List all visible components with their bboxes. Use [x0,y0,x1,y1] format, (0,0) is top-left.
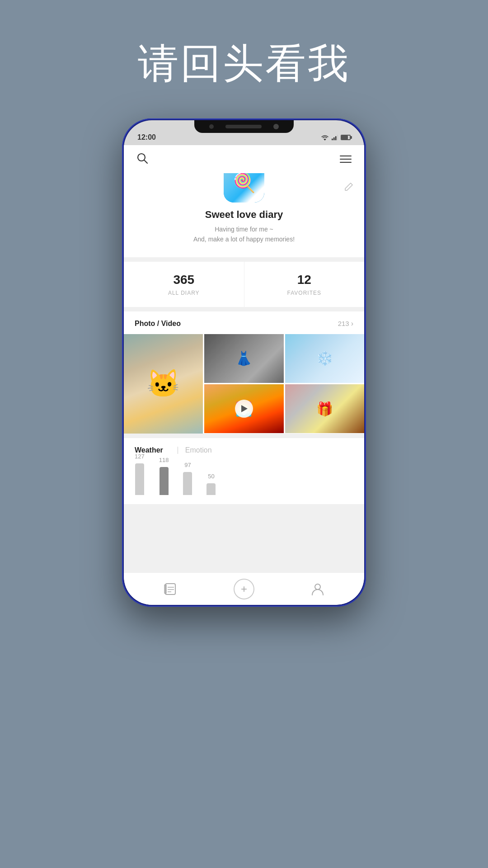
search-button[interactable] [136,152,148,166]
photo-header: Photo / Video 213 › [124,311,364,334]
profile-card: Sweet love diary Having time for me ~ An… [124,173,364,257]
menu-line-1 [340,156,352,156]
app-header [124,145,364,173]
notch-speaker [225,125,262,128]
svg-point-12 [315,584,320,590]
profile-icon [311,582,324,596]
stats-card: 365 ALL DIARY 12 FAVORITES [124,262,364,307]
nav-diary[interactable] [159,578,182,600]
weather-chart: 127 118 97 50 [124,459,364,504]
bar-label-4: 50 [208,473,214,480]
add-icon: + [241,583,247,595]
diary-icon [163,582,178,596]
svg-rect-7 [165,584,175,594]
bar-4 [206,483,216,495]
bar-group-3: 97 [183,462,192,495]
bar-3 [183,472,192,495]
notch-dot-1 [209,124,214,129]
profile-description: Having time for me ~ And, make a lot of … [193,224,295,245]
signal-icon [332,134,338,141]
photo-cat[interactable]: 🐱 [124,334,203,434]
app-content: Sweet love diary Having time for me ~ An… [124,173,364,572]
notch-camera [273,124,279,129]
bar-group-4: 50 [206,473,216,495]
favorites-label: FAVORITES [287,290,321,296]
bar-label-2: 118 [159,457,169,463]
favorites-count: 12 [297,273,311,287]
bar-group-2: 118 [159,457,169,495]
menu-line-3 [340,162,352,163]
photo-sunset[interactable]: 🌅 [204,384,283,433]
photo-section: Photo / Video 213 › 🐱 👗 [124,311,364,434]
menu-line-2 [340,159,352,160]
emotion-tab[interactable]: Emotion [185,446,212,454]
stat-favorites[interactable]: 12 FAVORITES [244,262,365,307]
play-icon [241,405,248,412]
wifi-icon [321,134,329,141]
svg-rect-4 [337,134,338,140]
page-title: 请回头看我 [138,36,350,91]
phone-shell: 12:00 [122,118,366,607]
battery-icon [341,135,351,140]
chevron-right-icon: › [351,320,353,328]
tab-divider [178,447,178,454]
bar-label-3: 97 [184,462,191,468]
bar-label-1: 127 [135,453,145,460]
stat-diary[interactable]: 365 ALL DIARY [124,262,244,307]
menu-button[interactable] [340,156,352,163]
profile-name: Sweet love diary [205,209,283,221]
bottom-nav: + [124,572,364,605]
svg-rect-3 [335,136,337,140]
bar-2 [160,467,169,495]
status-icons [321,134,351,141]
bar-1 [135,463,144,495]
avatar-image [224,173,264,203]
svg-marker-0 [324,139,326,141]
search-icon [136,152,148,164]
nav-add-button[interactable]: + [234,579,254,599]
diary-count: 365 [173,273,194,287]
photo-snow[interactable]: ❄️ [285,334,364,383]
photo-count-area[interactable]: 213 › [338,320,353,328]
photo-grid: 🐱 👗 ❄️ 🌅 [124,334,364,434]
edit-button[interactable] [344,182,353,193]
photo-title: Photo / Video [135,320,181,328]
svg-line-6 [144,160,147,163]
svg-rect-1 [332,138,333,140]
nav-profile[interactable] [306,578,329,600]
phone-screen: Sweet love diary Having time for me ~ An… [124,145,364,605]
photo-hangers[interactable]: 👗 [204,334,283,383]
notch [194,120,294,133]
bar-group-1: 127 [135,453,145,495]
status-time: 12:00 [137,133,156,142]
photo-count-value: 213 [338,320,349,327]
status-bar: 12:00 [124,120,364,145]
profile-avatar [224,173,264,203]
play-button[interactable] [235,400,253,418]
svg-rect-2 [333,137,335,140]
weather-section: Weather Emotion 127 118 [124,438,364,504]
photo-gift[interactable]: 🎁 [285,384,364,433]
phone-inner: 12:00 [124,120,364,605]
weather-header: Weather Emotion [124,438,364,459]
diary-label: ALL DIARY [168,290,200,296]
